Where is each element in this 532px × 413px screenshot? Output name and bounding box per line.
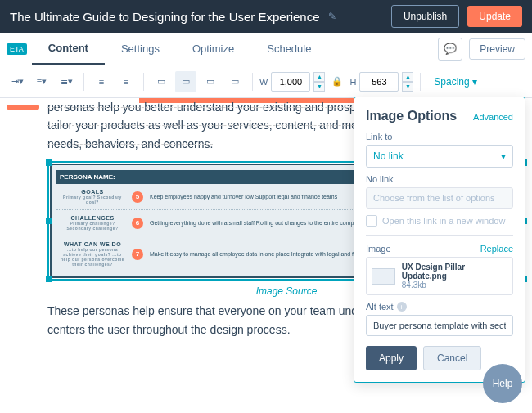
advanced-link[interactable]: Advanced xyxy=(473,112,513,122)
new-window-checkbox: Open this link in a new window xyxy=(366,215,513,227)
float-right-tool[interactable]: ▭ xyxy=(200,71,221,92)
tab-content[interactable]: Content xyxy=(32,33,105,65)
comment-icon[interactable]: 💬 xyxy=(438,38,462,61)
height-label: H xyxy=(349,77,356,87)
unpublish-button[interactable]: Unpublish xyxy=(391,5,459,28)
height-down[interactable]: ▼ xyxy=(402,82,413,92)
resize-handle[interactable] xyxy=(46,276,52,282)
format-toolbar: ⇥▾ ≡▾ ≣▾ ≡ ≡ ▭ ▭ ▭ ▭ W ▲▼ 🔒 H ▲▼ Spacing… xyxy=(0,65,532,98)
link-to-select[interactable]: No link▾ xyxy=(366,145,513,168)
alt-text-input[interactable] xyxy=(366,315,513,336)
tabs-bar: ETA Content Settings Optimize Schedule 💬… xyxy=(0,33,532,65)
list-ul-tool[interactable]: ≣▾ xyxy=(56,71,77,92)
width-up[interactable]: ▲ xyxy=(313,72,325,82)
float-left-tool[interactable]: ▭ xyxy=(151,71,172,92)
float-center-tool[interactable]: ▭ xyxy=(175,71,196,92)
image-label: Image xyxy=(366,244,391,254)
float-none-tool[interactable]: ▭ xyxy=(224,71,246,92)
checkbox-icon xyxy=(366,215,377,227)
height-control: H ▲▼ xyxy=(349,72,413,92)
panel-title: Image Options xyxy=(366,109,457,123)
indent-tool[interactable]: ⇥▾ xyxy=(7,71,28,92)
alt-text-label: Alt text i xyxy=(366,302,513,312)
update-button[interactable]: Update xyxy=(467,6,522,27)
list-ol-tool[interactable]: ≡▾ xyxy=(31,71,52,92)
margin-marker xyxy=(7,105,39,110)
nolink-input: Choose from the list of options xyxy=(366,187,513,209)
nolink-label: No link xyxy=(366,174,513,184)
spacing-dropdown[interactable]: Spacing ▾ xyxy=(434,76,477,88)
width-label: W xyxy=(259,77,268,87)
tab-settings[interactable]: Settings xyxy=(105,33,176,65)
align-left-tool[interactable]: ≡ xyxy=(91,71,112,92)
height-up[interactable]: ▲ xyxy=(402,72,413,82)
preview-button[interactable]: Preview xyxy=(469,38,525,60)
apply-button[interactable]: Apply xyxy=(366,346,417,370)
link-to-label: Link to xyxy=(366,132,513,141)
width-control: W ▲▼ xyxy=(259,72,325,92)
lock-icon[interactable]: 🔒 xyxy=(331,76,343,87)
width-down[interactable]: ▼ xyxy=(313,82,325,92)
chevron-down-icon: ▾ xyxy=(501,150,506,162)
cancel-button[interactable]: Cancel xyxy=(423,346,481,370)
width-input[interactable] xyxy=(271,72,310,92)
file-size: 84.3kb xyxy=(402,281,507,290)
tab-optimize[interactable]: Optimize xyxy=(176,33,250,65)
edit-title-icon[interactable]: ✎ xyxy=(328,11,336,22)
resize-handle[interactable] xyxy=(46,218,52,224)
align-center-tool[interactable]: ≡ xyxy=(115,71,137,92)
file-name: UX Design Pillar Update.png xyxy=(402,263,507,281)
replace-link[interactable]: Replace xyxy=(480,244,513,254)
left-margin xyxy=(0,98,41,413)
page-title: The Ultimate Guide to Designing for the … xyxy=(10,10,320,24)
image-options-panel: Image Options Advanced Link to No link▾ … xyxy=(354,97,525,383)
tab-schedule[interactable]: Schedule xyxy=(250,33,327,65)
top-bar: The Ultimate Guide to Designing for the … xyxy=(0,0,532,33)
help-button[interactable]: Help xyxy=(483,364,522,403)
resize-handle[interactable] xyxy=(46,159,52,166)
height-input[interactable] xyxy=(359,72,399,92)
page-title-wrap: The Ultimate Guide to Designing for the … xyxy=(10,10,383,24)
image-thumbnail xyxy=(372,268,395,285)
beta-badge: ETA xyxy=(7,43,27,55)
image-file-row[interactable]: UX Design Pillar Update.png 84.3kb xyxy=(366,257,513,295)
info-icon[interactable]: i xyxy=(397,302,407,312)
